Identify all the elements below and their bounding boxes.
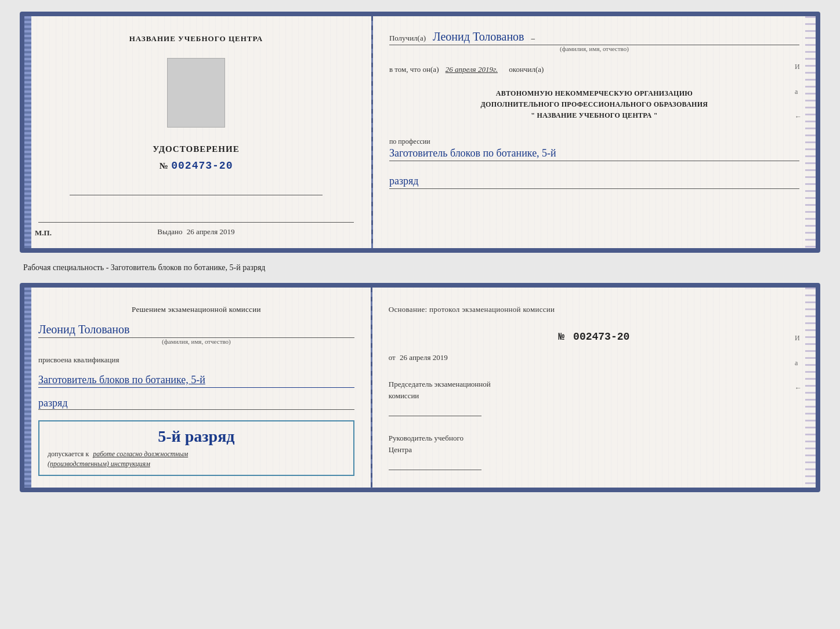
bottom-rank-block: разряд: [38, 394, 354, 410]
protocol-block: № 002473-20: [389, 326, 799, 343]
assigned-text: присвоена квалификация: [38, 355, 354, 365]
chairman-title-text: Председатель экзаменационной: [389, 380, 491, 388]
admit-text2: (производственным) инструкциям: [48, 460, 150, 468]
doc-number-prefix: №: [159, 161, 168, 170]
protocol-prefix: №: [558, 331, 564, 343]
bottom-cert-right-panel: Основание: протокол экзаменационной коми…: [372, 288, 816, 488]
highlight-box: 5-й разряд допускается к работе согласно…: [38, 420, 354, 476]
received-block: Получил(а) Леонид Толованов – (фамилия, …: [389, 30, 799, 52]
date-prefix: в том, что он(а): [389, 65, 439, 74]
protocol-num: 002473-20: [573, 331, 629, 343]
bottom-profession-block: Заготовитель блоков по ботанике, 5-й: [38, 370, 354, 388]
org-line3: " НАЗВАНИЕ УЧЕБНОГО ЦЕНТРА ": [389, 110, 799, 121]
bottom-person-name: Леонид Толованов: [38, 323, 354, 338]
decision-text: Решением экзаменационной комиссии: [38, 304, 354, 315]
org-line2: ДОПОЛНИТЕЛЬНОГО ПРОФЕССИОНАЛЬНОГО ОБРАЗО…: [389, 99, 799, 110]
bottom-side-marks: И а ←: [795, 334, 802, 392]
middle-label: Рабочая специальность - Заготовитель бло…: [23, 263, 265, 272]
side-mark-2: а: [795, 88, 802, 96]
doc-title: УДОСТОВЕРЕНИЕ: [153, 143, 240, 156]
issued-date: 26 апреля 2019: [187, 227, 235, 236]
date-value: 26 апреля 2019г.: [446, 65, 498, 74]
profession-label: по профессии: [389, 137, 430, 146]
org-line1: АВТОНОМНУЮ НЕКОММЕРЧЕСКУЮ ОРГАНИЗАЦИЮ: [389, 88, 799, 99]
bottom-name-label: (фамилия, имя, отчество): [38, 338, 354, 345]
doc-number: 002473-20: [171, 160, 233, 172]
head-title1-text: Руководитель учебного: [389, 434, 464, 442]
chairman-block: Председатель экзаменационной комиссии: [389, 379, 799, 416]
basis-text: Основание: протокол экзаменационной коми…: [389, 304, 799, 315]
bottom-cert-left-panel: Решением экзаменационной комиссии Леонид…: [24, 288, 371, 488]
side-mark-3: ←: [795, 112, 802, 121]
rank-block: разряд: [389, 169, 799, 189]
top-cert-left-panel: НАЗВАНИЕ УЧЕБНОГО ЦЕНТРА УДОСТОВЕРЕНИЕ №…: [24, 16, 371, 248]
bottom-side-mark-2: а: [795, 359, 802, 368]
head-signature-line: [389, 459, 481, 470]
bottom-certificate: Решением экзаменационной комиссии Леонид…: [20, 283, 820, 492]
received-prefix: Получил(а): [389, 34, 426, 42]
admit-text: работе согласно должностным: [93, 450, 188, 458]
from-prefix: от: [389, 353, 396, 362]
name-label-top: (фамилия, имя, отчество): [389, 45, 799, 52]
org-block: АВТОНОМНУЮ НЕКОММЕРЧЕСКУЮ ОРГАНИЗАЦИЮ ДО…: [389, 88, 799, 122]
top-cert-right-panel: Получил(а) Леонид Толованов – (фамилия, …: [373, 16, 816, 248]
bottom-side-mark-3: ←: [795, 384, 802, 392]
dash-separator: –: [531, 34, 535, 42]
chairman-signature-line: [389, 405, 481, 416]
top-certificate: НАЗВАНИЕ УЧЕБНОГО ЦЕНТРА УДОСТОВЕРЕНИЕ №…: [20, 12, 820, 253]
head-title2-text: Центра: [389, 445, 412, 454]
chairman-title2-text: комиссии: [389, 391, 419, 400]
head-block: Руководитель учебного Центра: [389, 432, 799, 470]
highlight-rank: 5-й разряд: [48, 427, 345, 446]
from-date-block: от 26 апреля 2019: [389, 353, 799, 362]
issued-prefix: Выдано: [157, 227, 182, 236]
side-marks: И а ←: [795, 63, 802, 121]
head-title: Руководитель учебного Центра: [389, 432, 799, 455]
bottom-rank-value: разряд: [38, 397, 354, 410]
issued-line: Выдано 26 апреля 2019: [38, 222, 354, 237]
rank-value: разряд: [389, 175, 799, 189]
chairman-title: Председатель экзаменационной комиссии: [389, 379, 799, 401]
bottom-profession-value: Заготовитель блоков по ботанике, 5-й: [38, 373, 354, 388]
side-mark-1: И: [795, 63, 802, 71]
bottom-person-block: Леонид Толованов (фамилия, имя, отчество…: [38, 323, 354, 345]
highlight-subtext: допускается к работе согласно должностны…: [48, 449, 345, 469]
profession-block: по профессии Заготовитель блоков по бота…: [389, 136, 799, 161]
from-date: 26 апреля 2019: [400, 353, 448, 362]
school-name-top: НАЗВАНИЕ УЧЕБНОГО ЦЕНТРА: [129, 34, 263, 44]
date-block: в том, что он(а) 26 апреля 2019г. окончи…: [389, 65, 799, 74]
finished-word: окончил(а): [509, 65, 544, 74]
photo-placeholder: [167, 58, 225, 128]
profession-value: Заготовитель блоков по ботанике, 5-й: [389, 147, 799, 161]
admit-prefix: допускается к: [48, 450, 89, 458]
bottom-side-mark-1: И: [795, 334, 802, 343]
recipient-name: Леонид Толованов: [433, 30, 524, 43]
protocol-number: № 002473-20: [389, 331, 799, 343]
mp-label: М.П.: [35, 228, 52, 238]
